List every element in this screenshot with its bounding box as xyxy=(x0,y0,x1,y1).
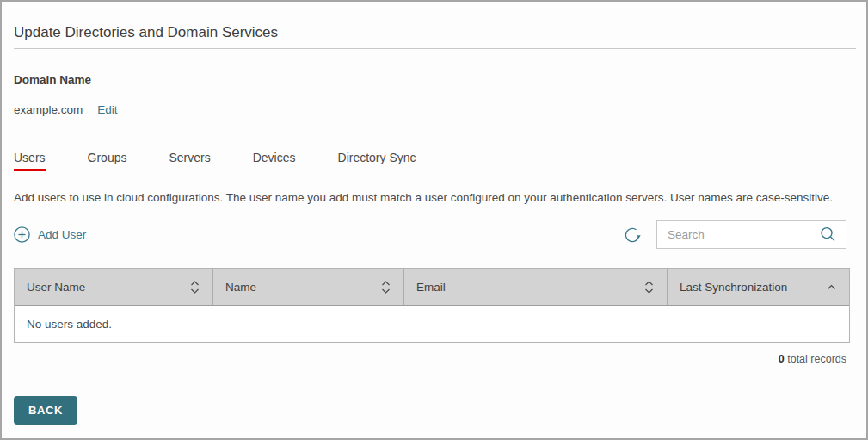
tab-bar: Users Groups Servers Devices Directory S… xyxy=(14,151,866,171)
column-label: Name xyxy=(225,281,256,294)
column-header-email[interactable]: Email xyxy=(403,269,667,305)
refresh-icon[interactable] xyxy=(623,226,642,245)
add-user-label: Add User xyxy=(38,228,86,241)
tab-devices[interactable]: Devices xyxy=(253,151,296,171)
toolbar: Add User xyxy=(14,220,846,249)
domain-name-label: Domain Name xyxy=(14,73,866,86)
column-label: User Name xyxy=(27,281,85,294)
search-box xyxy=(656,220,846,249)
empty-table-row: No users added. xyxy=(15,306,849,342)
domain-name-value: example.com xyxy=(14,103,83,116)
tab-servers[interactable]: Servers xyxy=(169,151,210,171)
column-label: Last Synchronization xyxy=(680,281,787,294)
column-header-last-synchronization[interactable]: Last Synchronization xyxy=(667,269,849,305)
page-title: Update Directories and Domain Services xyxy=(14,23,856,49)
toolbar-right xyxy=(623,220,846,249)
users-table: User Name Name Email xyxy=(14,268,850,343)
search-input[interactable] xyxy=(668,228,819,241)
column-label: Email xyxy=(416,281,446,294)
sort-icon xyxy=(643,280,655,294)
sort-icon xyxy=(380,280,391,294)
plus-circle-icon xyxy=(14,226,30,243)
tab-groups[interactable]: Groups xyxy=(88,151,127,171)
back-button[interactable]: BACK xyxy=(14,396,77,425)
add-user-button[interactable]: Add User xyxy=(14,226,86,243)
sort-icon xyxy=(189,280,200,294)
update-directories-page: Update Directories and Domain Services D… xyxy=(0,0,868,440)
column-header-name[interactable]: Name xyxy=(212,269,403,305)
sort-asc-icon xyxy=(826,280,837,294)
total-records-label: total records xyxy=(787,353,846,365)
table-header-row: User Name Name Email xyxy=(15,269,849,306)
column-header-user-name[interactable]: User Name xyxy=(15,269,212,305)
tab-directory-sync[interactable]: Directory Sync xyxy=(338,151,416,171)
total-records-count: 0 xyxy=(779,353,785,365)
total-records: 0 total records xyxy=(2,353,846,365)
tab-description: Add users to use in cloud configurations… xyxy=(14,190,854,205)
tab-users[interactable]: Users xyxy=(14,151,46,171)
edit-domain-link[interactable]: Edit xyxy=(97,103,117,116)
empty-message: No users added. xyxy=(27,318,112,331)
search-icon[interactable] xyxy=(819,226,837,244)
domain-name-row: example.com Edit xyxy=(14,103,866,116)
